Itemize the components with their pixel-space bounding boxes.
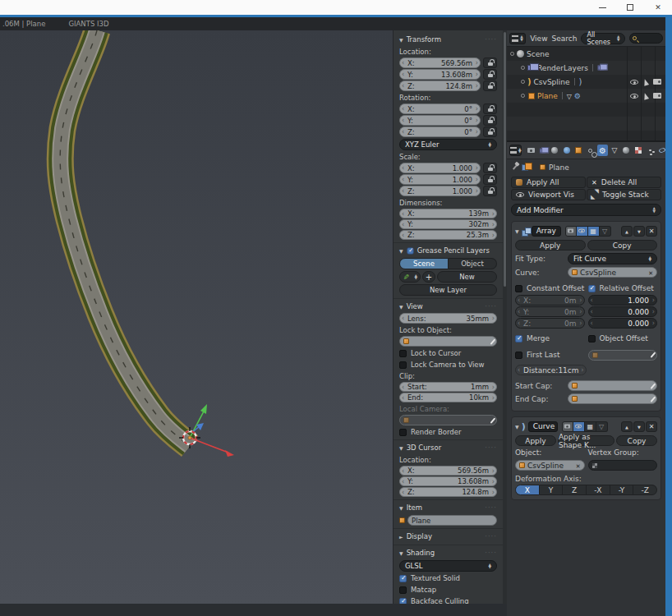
axis-x-button[interactable]: X xyxy=(515,485,540,495)
3d-viewport[interactable]: Transform ···· Location: X:569.56m Y:13.… xyxy=(0,30,507,604)
expander-dot-icon[interactable] xyxy=(521,80,525,84)
selectable-cursor-icon[interactable] xyxy=(642,92,649,99)
offset-object-field[interactable] xyxy=(588,350,658,361)
relative-y-field[interactable]: 0.000 xyxy=(588,306,658,317)
panel-drag-dots[interactable]: ···· xyxy=(485,503,497,512)
tab-scene[interactable]: Scene xyxy=(399,258,449,269)
tab-render-layers[interactable] xyxy=(537,145,548,156)
panel-transform-header[interactable]: Transform ···· xyxy=(399,34,497,45)
panel-drag-dots[interactable]: ···· xyxy=(485,549,497,557)
backface-culling-checkbox[interactable] xyxy=(399,598,407,605)
array-cage-toggle[interactable] xyxy=(600,226,611,237)
eyedropper-icon[interactable] xyxy=(650,396,655,402)
transform-manipulator[interactable] xyxy=(190,404,234,457)
merge-distance-field[interactable]: Distance:11cm xyxy=(515,365,587,375)
axis-neg-y-button[interactable]: -Y xyxy=(610,485,634,495)
dimension-y-field[interactable]: Y:302m xyxy=(399,219,497,229)
axis-z-button[interactable]: Z xyxy=(563,485,587,495)
panel-drag-dots[interactable]: ···· xyxy=(485,35,497,44)
rotation-z-field[interactable]: Z:0° xyxy=(399,126,481,137)
pin-icon[interactable] xyxy=(513,164,518,170)
maximize-button[interactable] xyxy=(616,0,644,15)
viewport-vis-button[interactable]: Viewport Vis xyxy=(511,189,586,200)
curve-copy-button[interactable]: Copy xyxy=(616,435,657,446)
vertex-group-field[interactable] xyxy=(588,460,658,471)
merge-checkbox[interactable] xyxy=(515,335,522,342)
object-offset-checkbox[interactable] xyxy=(588,335,596,342)
panel-drag-dots[interactable]: ···· xyxy=(485,532,497,540)
eyedropper-icon[interactable] xyxy=(490,417,495,423)
array-name-field[interactable]: Array xyxy=(532,226,561,237)
tab-object[interactable] xyxy=(573,145,584,156)
road-object[interactable] xyxy=(60,30,190,446)
tab-world[interactable] xyxy=(561,145,572,156)
rotation-mode-dropdown[interactable]: XYZ Euler xyxy=(399,139,497,150)
lock-to-cursor-checkbox[interactable] xyxy=(399,350,407,357)
lock-camera-checkbox[interactable] xyxy=(399,361,407,369)
dimension-x-field[interactable]: X:139m xyxy=(399,209,497,218)
expander-dot-icon[interactable] xyxy=(510,52,514,56)
tab-constraints[interactable] xyxy=(585,145,596,156)
render-border-checkbox[interactable] xyxy=(399,429,407,436)
apply-all-button[interactable]: Apply All xyxy=(511,177,586,188)
array-move-down-button[interactable] xyxy=(633,226,645,237)
curve-modifier-header[interactable]: Curve xyxy=(515,420,657,433)
lock-scale-x-button[interactable] xyxy=(483,163,497,173)
tab-material[interactable] xyxy=(621,145,632,156)
tab-object-data[interactable] xyxy=(609,145,619,156)
outliner-row-scene[interactable]: Scene xyxy=(507,47,665,61)
gpencil-draw-button[interactable] xyxy=(399,271,421,283)
location-x-field[interactable]: X:569.56m xyxy=(399,57,481,68)
curve-move-up-button[interactable] xyxy=(621,421,633,432)
curve-viewport-toggle[interactable] xyxy=(573,421,585,432)
array-curve-field[interactable]: CsvSpline xyxy=(568,267,657,278)
local-camera-field[interactable] xyxy=(399,415,497,425)
curve-cage-toggle[interactable] xyxy=(596,421,608,432)
dimension-z-field[interactable]: Z:25.3m xyxy=(399,230,497,240)
location-z-field[interactable]: Z:124.8m xyxy=(399,80,481,91)
outliner-row-csvspline[interactable]: CsvSpline xyxy=(507,75,665,89)
array-render-toggle[interactable] xyxy=(565,226,577,237)
item-name-field[interactable]: Plane xyxy=(407,515,497,526)
expander-dot-icon[interactable] xyxy=(521,66,525,70)
gpencil-new-button[interactable]: New xyxy=(437,271,497,283)
array-copy-button[interactable]: Copy xyxy=(587,240,658,251)
panel-3dcursor-header[interactable]: 3D Cursor ···· xyxy=(399,442,497,453)
constant-x-field[interactable]: X:0m xyxy=(515,295,585,306)
scale-y-field[interactable]: Y:1.000 xyxy=(399,174,481,185)
curve-move-down-button[interactable] xyxy=(633,421,645,432)
lock-rotation-x-button[interactable] xyxy=(483,103,497,114)
outliner-row-plane[interactable]: Plane xyxy=(507,89,665,103)
clear-x-icon[interactable] xyxy=(576,462,581,470)
outliner-row-renderlayers[interactable]: RenderLayers xyxy=(507,61,665,75)
axis-neg-z-button[interactable]: -Z xyxy=(633,485,657,495)
array-viewport-toggle[interactable] xyxy=(577,226,588,237)
curve-object-field[interactable]: CsvSpline xyxy=(515,460,585,471)
clear-x-icon[interactable] xyxy=(648,269,653,277)
array-apply-button[interactable]: Apply xyxy=(515,240,586,251)
first-last-checkbox[interactable] xyxy=(515,352,522,359)
panel-gpencil-header[interactable]: Grease Pencil Layers xyxy=(399,245,497,256)
selectable-cursor-icon[interactable] xyxy=(642,78,649,85)
menu-giants-i3d[interactable]: GIANTS I3D xyxy=(68,20,108,28)
editor-type-button[interactable] xyxy=(509,33,526,44)
outliner-search-input[interactable] xyxy=(629,33,663,44)
start-cap-field[interactable] xyxy=(568,380,657,391)
relative-x-field[interactable]: 1.000 xyxy=(588,295,658,306)
minimize-button[interactable] xyxy=(588,0,616,15)
curve-apply-button[interactable]: Apply xyxy=(515,435,556,446)
curve-render-toggle[interactable] xyxy=(562,421,573,432)
outliner-view-menu[interactable]: View xyxy=(530,34,547,43)
renderable-camera-icon[interactable] xyxy=(653,93,661,99)
lock-rotation-z-button[interactable] xyxy=(483,126,497,137)
delete-all-button[interactable]: Delete All xyxy=(587,177,661,188)
panel-drag-dots[interactable]: ···· xyxy=(485,444,497,452)
lens-field[interactable]: Lens:35mm xyxy=(399,313,497,324)
editor-type-button[interactable] xyxy=(509,145,522,156)
renderable-camera-icon[interactable] xyxy=(653,79,661,85)
curve-apply-shape-button[interactable]: Apply as Shape K... xyxy=(558,435,614,446)
shading-mode-dropdown[interactable]: GLSL xyxy=(399,560,497,572)
rotation-x-field[interactable]: X:0° xyxy=(399,103,481,114)
visibility-eye-icon[interactable] xyxy=(630,80,638,85)
scenes-filter-dropdown[interactable]: All Scenes xyxy=(581,33,625,44)
